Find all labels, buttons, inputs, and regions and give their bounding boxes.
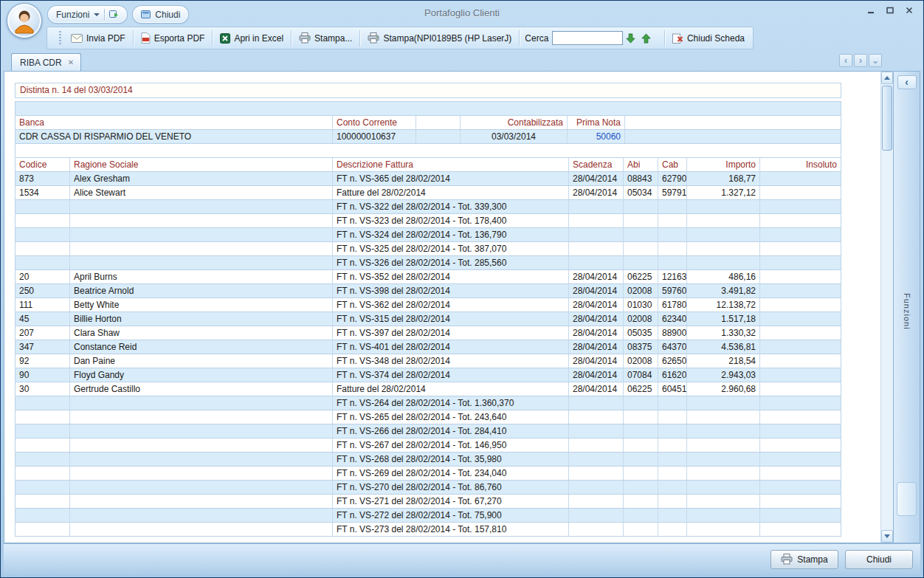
cell-6: 486,16 [687, 270, 760, 283]
bank-table: BancaConto CorrenteContabilizzataPrima N… [15, 101, 841, 158]
distinta-title: Distinta n. 14 del 03/03/2014 [15, 83, 841, 98]
table-row[interactable]: 20April BurnsFT n. VS-352 del 28/02/2014… [15, 270, 841, 284]
invia-pdf-button[interactable]: Invia PDF [66, 30, 131, 47]
stampa-printer-button[interactable]: Stampa(NPI0189B5 (HP LaserJ) [362, 30, 517, 47]
cell-3 [569, 242, 624, 255]
cell-0 [15, 453, 70, 466]
chiudi-footer-button[interactable]: Chiudi [845, 550, 913, 569]
detail-header-4: Abi [624, 158, 658, 171]
cell-7 [760, 270, 841, 283]
bank-header-2 [416, 116, 461, 129]
cell-1 [70, 256, 333, 269]
table-row[interactable]: FT n. VS-325 del 28/02/2014 - Tot. 387,0… [15, 242, 841, 256]
maximize-button[interactable] [881, 4, 898, 16]
table-row[interactable]: FT n. VS-264 del 28/02/2014 - Tot. 1.360… [15, 396, 841, 410]
stampa-footer-button[interactable]: Stampa [770, 550, 838, 569]
tab-scroll-left-button[interactable] [839, 54, 852, 67]
search-previous-button[interactable] [638, 31, 654, 46]
table-row[interactable]: 111Betty WhiteFT n. VS-362 del 28/02/201… [15, 298, 841, 312]
refresh-window-icon[interactable] [109, 10, 119, 18]
cell-7 [760, 228, 841, 241]
cell-4: 06225 [624, 382, 658, 396]
cell-6 [687, 228, 760, 241]
table-row[interactable]: 90Floyd GandyFT n. VS-374 del 28/02/2014… [15, 368, 841, 382]
esporta-pdf-button[interactable]: Esporta PDF [136, 30, 210, 47]
table-row[interactable]: FT n. VS-322 del 28/02/2014 - Tot. 339,3… [15, 200, 841, 214]
table-row[interactable]: 347Constance ReidFT n. VS-401 del 28/02/… [15, 340, 841, 354]
cell-2: Fatture del 28/02/2014 [333, 186, 569, 199]
table-row[interactable]: 873Alex GreshamFT n. VS-365 del 28/02/20… [15, 172, 841, 186]
stampa-button[interactable]: Stampa... [294, 30, 357, 47]
toolbar-separator [291, 30, 292, 47]
table-row[interactable]: FT n. VS-273 del 28/02/2014 - Tot. 157,8… [15, 523, 841, 537]
table-row[interactable]: FT n. VS-326 del 28/02/2014 - Tot. 285,5… [15, 256, 841, 270]
table-row[interactable]: FT n. VS-271 del 28/02/2014 - Tot. 67,27… [15, 495, 841, 509]
cell-4: 01030 [624, 298, 658, 312]
close-button[interactable] [900, 4, 917, 16]
scroll-down-button[interactable] [881, 530, 893, 543]
spacer-row [15, 102, 841, 116]
toolbar-grip[interactable] [59, 31, 61, 46]
cell-2: FT n. VS-397 del 28/02/2014 [333, 326, 569, 340]
cell-6 [687, 256, 760, 269]
detail-table: CodiceRagione SocialeDescrizione Fattura… [15, 158, 841, 537]
chiudi-menu-button[interactable]: Chiudi [133, 6, 188, 23]
cell-5: 59791 [658, 186, 687, 199]
table-row[interactable]: FT n. VS-272 del 28/02/2014 - Tot. 75,90… [15, 509, 841, 523]
table-row[interactable]: FT n. VS-270 del 28/02/2014 - Tot. 86,76… [15, 481, 841, 495]
tab-scroll-right-button[interactable] [854, 54, 867, 67]
cell-0 [15, 214, 70, 227]
cell-3 [569, 467, 624, 480]
search-next-button[interactable] [623, 31, 638, 46]
bank-data-row[interactable]: CDR CASSA DI RISPARMIO DEL VENETO1000000… [15, 130, 841, 144]
table-row[interactable]: FT n. VS-268 del 28/02/2014 - Tot. 35,98… [15, 453, 841, 467]
cell-4 [624, 453, 658, 466]
vertical-scrollbar[interactable] [880, 72, 893, 543]
cell-2: FT n. VS-269 del 28/02/2014 - Tot. 234,0… [333, 467, 569, 480]
cell-1 [70, 242, 333, 255]
cell-5 [658, 214, 687, 227]
application-menu-orb[interactable] [7, 3, 42, 38]
table-row[interactable]: 45Billie HortonFT n. VS-315 del 28/02/20… [15, 312, 841, 326]
cell-6 [687, 481, 760, 494]
scroll-up-button[interactable] [881, 72, 893, 84]
chiudi-menu-label: Chiudi [155, 10, 180, 20]
panel-grip[interactable] [897, 482, 917, 516]
close-sheet-icon [672, 33, 683, 44]
minimize-button[interactable] [862, 4, 879, 16]
table-row[interactable]: 1534Alice StewartFatture del 28/02/20142… [15, 186, 841, 200]
funzioni-menu[interactable]: Funzioni [48, 6, 127, 23]
table-row[interactable]: 92Dan PaineFT n. VS-348 del 28/02/201428… [15, 354, 841, 368]
tab-close-icon[interactable] [68, 59, 74, 66]
cell-4 [624, 438, 658, 452]
search-input[interactable] [552, 31, 623, 45]
scrollbar-thumb[interactable] [882, 86, 892, 151]
tab-riba-cdr[interactable]: RIBA CDR [11, 53, 81, 71]
expand-panel-button[interactable] [897, 75, 917, 89]
cell-5 [658, 509, 687, 522]
tab-list-dropdown-button[interactable] [869, 54, 882, 67]
cell-7 [760, 200, 841, 213]
cell-0: 92 [15, 354, 70, 368]
table-row[interactable]: FT n. VS-267 del 28/02/2014 - Tot. 146,9… [15, 438, 841, 453]
cell-1 [70, 214, 333, 227]
apri-in-excel-button[interactable]: Apri in Excel [215, 30, 289, 47]
table-row[interactable]: FT n. VS-323 del 28/02/2014 - Tot. 178,4… [15, 214, 841, 228]
cell-1 [70, 523, 333, 536]
cell-0 [15, 467, 70, 480]
cell-6 [687, 495, 760, 508]
chiudi-scheda-button[interactable]: Chiudi Scheda [667, 30, 750, 47]
table-row[interactable]: FT n. VS-269 del 28/02/2014 - Tot. 234,0… [15, 467, 841, 481]
cell-0: 111 [15, 298, 70, 312]
envelope-icon [71, 34, 83, 43]
table-row[interactable]: FT n. VS-265 del 28/02/2014 - Tot. 243,6… [15, 410, 841, 424]
table-row[interactable]: 207Clara ShawFT n. VS-397 del 28/02/2014… [15, 326, 841, 340]
table-row[interactable]: FT n. VS-324 del 28/02/2014 - Tot. 136,7… [15, 228, 841, 242]
table-row[interactable]: 30Gertrude CastilloFatture del 28/02/201… [15, 382, 841, 396]
pdf-document-icon [141, 32, 151, 44]
table-row[interactable]: FT n. VS-266 del 28/02/2014 - Tot. 284,4… [15, 424, 841, 438]
cell-3 [569, 228, 624, 241]
cell-6 [687, 410, 760, 424]
cell-3: 28/04/2014 [569, 382, 624, 396]
table-row[interactable]: 250Beatrice ArnoldFT n. VS-398 del 28/02… [15, 284, 841, 298]
